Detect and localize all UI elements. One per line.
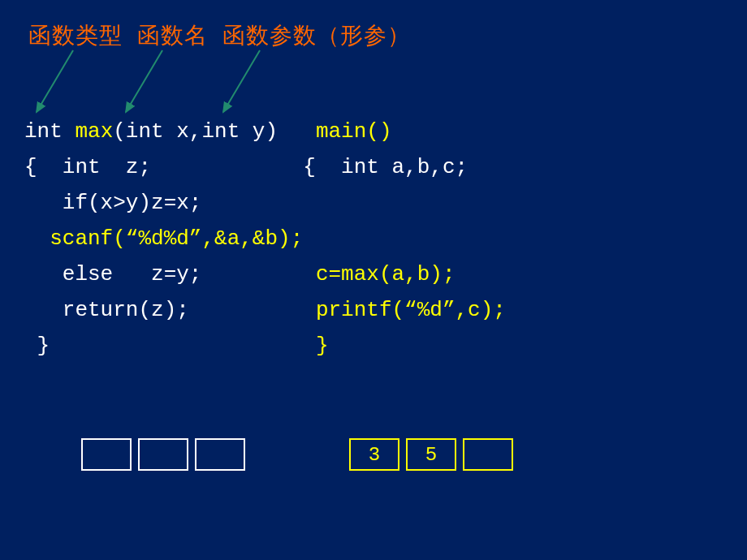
code-block: int max(int x,int y) main() { int z; { i…	[24, 114, 519, 364]
code-line-4: scanf(“%d%d”,&a,&b);	[24, 221, 519, 256]
box-left-3	[195, 438, 245, 471]
code-line-5: else z=y; c=max(a,b);	[24, 256, 519, 292]
code-line-6: return(z); printf(“%d”,c);	[24, 292, 519, 328]
code-line-1: int max(int x,int y) main()	[24, 114, 519, 149]
svg-line-2	[126, 50, 162, 112]
label-name: 函数名	[137, 22, 208, 49]
svg-line-1	[37, 50, 73, 112]
label-params: 函数参数（形参）	[222, 22, 411, 49]
label-type: 函数类型	[28, 22, 123, 49]
left-boxes	[81, 438, 245, 471]
svg-line-3	[223, 50, 260, 112]
box-right-3	[463, 438, 513, 471]
box-left-1	[81, 438, 132, 471]
heading-labels: 函数类型 函数名 函数参数（形参）	[28, 20, 411, 51]
code-line-7: } }	[24, 328, 519, 364]
right-boxes: 3 5	[349, 438, 513, 471]
box-right-1: 3	[349, 438, 399, 471]
box-left-2	[138, 438, 188, 471]
box-right-2: 5	[406, 438, 456, 471]
code-line-3: if(x>y)z=x;	[24, 185, 519, 221]
code-line-2: { int z; { int a,b,c;	[24, 149, 519, 185]
